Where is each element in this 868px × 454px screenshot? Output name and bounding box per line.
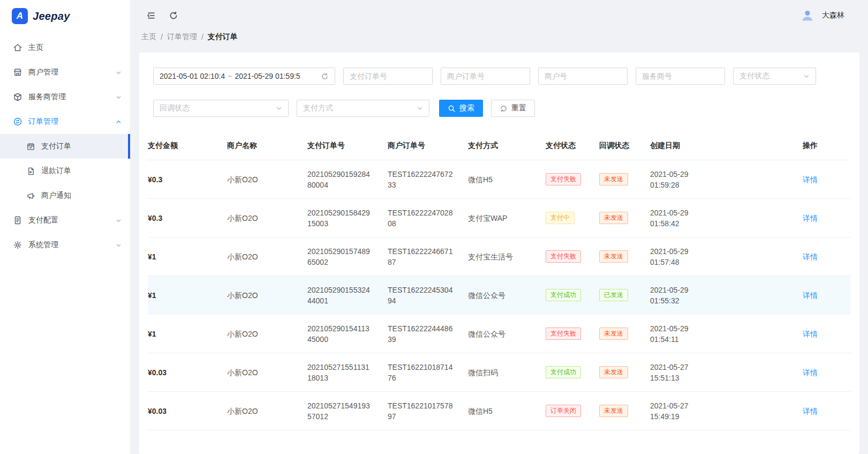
callback-status-badge: 已发送: [599, 289, 628, 301]
detail-link[interactable]: 详情: [803, 175, 818, 184]
detail-link[interactable]: 详情: [803, 291, 818, 300]
sidebar-item-pay-orders[interactable]: 支付订单: [0, 134, 130, 159]
mch-order-number: TEST1622224530494: [388, 285, 453, 306]
column-header-method: 支付方式: [468, 132, 546, 160]
method-cell: 支付宝WAP: [468, 199, 546, 237]
pay-order-no-cell: 20210529015411345000: [307, 315, 388, 353]
sidebar-item-refund-orders[interactable]: 退款订单: [0, 159, 130, 183]
created-date: 2021-05-29 01:55:32: [650, 285, 710, 306]
callback-status-select[interactable]: 回调状态: [153, 100, 289, 117]
pay-order-number: 20210527155113118013: [307, 362, 373, 383]
sidebar-item-merchant-mgmt[interactable]: 商户管理: [0, 60, 130, 85]
sidebar-item-label: 订单管理: [28, 117, 116, 126]
sidebar-item-label: 支付配置: [28, 215, 116, 225]
menu-fold-icon[interactable]: [141, 6, 161, 25]
pay-status-badge: 支付失败: [546, 173, 581, 185]
created-cell: 2021-05-29 01:55:32: [650, 276, 803, 315]
method-cell: 微信H5: [468, 392, 546, 430]
merchant-cell: 小新O2O: [227, 199, 307, 237]
sidebar-item-system-mgmt[interactable]: 系统管理: [0, 233, 130, 257]
sidebar-item-home[interactable]: 主页: [0, 35, 130, 60]
date-range-picker[interactable]: 2021-05-01 02:10:4 ~ 2021-05-29 01:59:5: [153, 68, 335, 85]
pay-order-no-cell: 20210529015842915003: [307, 199, 388, 237]
column-header-pay-status: 支付状态: [546, 132, 599, 160]
refund-document-icon: [26, 166, 35, 176]
date-range-separator: ~: [228, 72, 232, 80]
mch-order-number: TEST1622224448639: [388, 323, 453, 345]
pay-status-select[interactable]: 支付状态: [733, 68, 816, 85]
breadcrumb-home[interactable]: 主页: [141, 32, 156, 42]
date-range-end: 2021-05-29 01:59:5: [235, 72, 300, 80]
amount-cell: ¥0.03: [148, 353, 227, 392]
action-cell: 详情: [803, 276, 851, 315]
created-cell: 2021-05-27 15:51:13: [650, 353, 803, 392]
method-cell: 微信H5: [468, 160, 546, 199]
orders-table: 支付金额 商户名称 支付订单号 商户订单号 支付方式 支付状态 回调状态 创建日…: [148, 132, 851, 430]
pay-status-cell: 订单关闭: [546, 392, 599, 430]
sidebar-item-merchant-notify[interactable]: 商户通知: [0, 183, 130, 208]
megaphone-icon: [26, 191, 35, 200]
callback-status-badge: 未发送: [599, 173, 628, 185]
search-button[interactable]: 搜索: [439, 100, 483, 117]
amount-cell: ¥1: [148, 237, 227, 276]
pay-order-no-cell: 20210527154919357012: [307, 392, 388, 430]
username[interactable]: 大森林: [822, 11, 844, 20]
pay-method-select[interactable]: 支付方式: [297, 100, 429, 117]
breadcrumb-separator: /: [161, 33, 163, 41]
pay-order-no-input[interactable]: [343, 68, 433, 85]
merchant-cell: 小新O2O: [227, 160, 307, 199]
table-row: ¥0.03 小新O2O 20210527155113118013 TEST162…: [148, 353, 851, 392]
mch-order-number: TEST1622224767233: [388, 169, 453, 190]
callback-status-cell: 未发送: [599, 199, 650, 237]
reset-button[interactable]: 重置: [491, 100, 535, 117]
mch-order-no-cell: TEST1622224667187: [388, 237, 468, 276]
detail-link[interactable]: 详情: [803, 407, 818, 415]
pay-status-cell: 支付中: [546, 199, 599, 237]
created-cell: 2021-05-29 01:54:11: [650, 315, 803, 353]
filter-row-2: 回调状态 支付方式: [153, 100, 846, 117]
created-cell: 2021-05-29 01:57:48: [650, 237, 803, 276]
merchant-cell: 小新O2O: [227, 237, 307, 276]
brand-logo[interactable]: A Jeepay: [0, 0, 130, 32]
isv-no-input[interactable]: [636, 68, 725, 85]
search-filters: 2021-05-01 02:10:4 ~ 2021-05-29 01:59:5 …: [148, 68, 851, 117]
pay-status-badge: 支付成功: [546, 366, 581, 378]
pay-status-cell: 支付成功: [546, 353, 599, 392]
transaction-icon: [13, 117, 22, 126]
sidebar-item-label: 系统管理: [28, 240, 116, 250]
mch-order-no-input[interactable]: [441, 68, 530, 85]
table-header-row: 支付金额 商户名称 支付订单号 商户订单号 支付方式 支付状态 回调状态 创建日…: [148, 132, 851, 160]
table-row: ¥1 小新O2O 20210529015748965002 TEST162222…: [148, 237, 851, 276]
refresh-icon[interactable]: [164, 6, 183, 25]
user-avatar-icon[interactable]: [801, 9, 814, 23]
table-row: ¥1 小新O2O 20210529015411345000 TEST162222…: [148, 315, 851, 353]
created-cell: 2021-05-29 01:58:42: [650, 199, 803, 237]
mch-no-input[interactable]: [538, 68, 628, 85]
sidebar-item-label: 服务商管理: [28, 92, 116, 102]
merchant-cell: 小新O2O: [227, 276, 307, 315]
amount-cell: ¥1: [148, 276, 227, 315]
created-date: 2021-05-27 15:49:19: [650, 400, 710, 422]
merchant-cell: 小新O2O: [227, 353, 307, 392]
breadcrumb-current: 支付订单: [208, 32, 238, 42]
sidebar-item-isv-mgmt[interactable]: 服务商管理: [0, 85, 130, 109]
amount-cell: ¥0.3: [148, 199, 227, 237]
detail-link[interactable]: 详情: [803, 214, 818, 222]
column-header-mch-order-no: 商户订单号: [388, 132, 468, 160]
pay-status-badge: 支付失败: [546, 328, 581, 340]
method-cell: 微信公众号: [468, 315, 546, 353]
breadcrumb-order-mgmt[interactable]: 订单管理: [167, 32, 197, 42]
shop-icon: [13, 68, 22, 77]
sidebar-item-order-mgmt[interactable]: 订单管理: [0, 109, 130, 134]
method-cell: 微信扫码: [468, 353, 546, 392]
sidebar-item-label: 商户管理: [28, 68, 116, 77]
action-cell: 详情: [803, 160, 851, 199]
sidebar-item-pay-config[interactable]: 支付配置: [0, 208, 130, 233]
reset-button-label: 重置: [511, 103, 526, 113]
detail-link[interactable]: 详情: [803, 330, 818, 338]
pay-order-number: 20210529015842915003: [307, 207, 373, 229]
created-cell: 2021-05-29 01:59:28: [650, 160, 803, 199]
pay-order-no-cell: 20210527155113118013: [307, 353, 388, 392]
detail-link[interactable]: 详情: [803, 368, 818, 377]
detail-link[interactable]: 详情: [803, 252, 818, 261]
